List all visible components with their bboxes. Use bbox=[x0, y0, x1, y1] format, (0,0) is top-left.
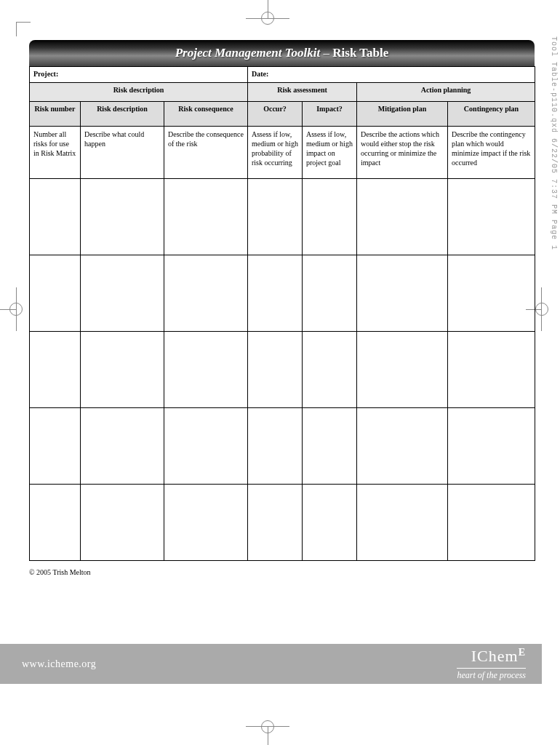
corner-mark bbox=[16, 22, 31, 36]
hint-impact: Assess if low, medium or high impact on … bbox=[303, 127, 357, 179]
group-risk-description: Risk description bbox=[30, 83, 248, 102]
registration-mark bbox=[261, 12, 274, 25]
brand-name: IChemE bbox=[457, 647, 526, 666]
hint-risk-consequence: Describe the consequence of the risk bbox=[164, 127, 248, 179]
title-part1: Project Management Toolkit bbox=[175, 46, 321, 60]
page-content: Project Management Toolkit – Risk Table … bbox=[29, 40, 535, 576]
col-mitigation: Mitigation plan bbox=[357, 102, 448, 127]
date-label: Date: bbox=[248, 67, 535, 83]
col-risk-consequence: Risk consequence bbox=[164, 102, 248, 127]
hint-occur: Assess if low, medium or high probabilit… bbox=[248, 127, 303, 179]
col-risk-number: Risk number bbox=[30, 102, 81, 127]
registration-mark bbox=[535, 303, 548, 316]
title-part2: Risk Table bbox=[332, 46, 388, 60]
hint-risk-number: Number all risks for use in Risk Matrix bbox=[30, 127, 81, 179]
table-row bbox=[30, 255, 535, 332]
footer-url: www.icheme.org bbox=[22, 658, 96, 670]
hint-contingency: Describe the contingency plan which woul… bbox=[448, 127, 535, 179]
col-risk-description: Risk description bbox=[81, 102, 164, 127]
table-row bbox=[30, 179, 535, 255]
copyright: © 2005 Trish Melton bbox=[29, 568, 535, 576]
group-action-planning: Action planning bbox=[357, 83, 535, 102]
group-risk-assessment: Risk assessment bbox=[248, 83, 357, 102]
hint-risk-description: Describe what could happen bbox=[81, 127, 164, 179]
project-label: Project: bbox=[30, 67, 248, 83]
risk-table: Project: Date: Risk description Risk ass… bbox=[29, 66, 535, 561]
footer: www.icheme.org IChemE heart of the proce… bbox=[0, 644, 542, 684]
col-occur: Occur? bbox=[248, 102, 303, 127]
hint-mitigation: Describe the actions which would either … bbox=[357, 127, 448, 179]
table-row bbox=[30, 408, 535, 485]
registration-mark bbox=[261, 720, 274, 733]
table-row bbox=[30, 485, 535, 561]
col-contingency: Contingency plan bbox=[448, 102, 535, 127]
footer-brand: IChemE heart of the process bbox=[457, 647, 526, 680]
print-slug: Tool Table-p110.qxd 6/22/05 7:37 PM Page… bbox=[550, 36, 558, 250]
col-impact: Impact? bbox=[303, 102, 357, 127]
title-bar: Project Management Toolkit – Risk Table bbox=[29, 40, 535, 66]
table-row bbox=[30, 332, 535, 408]
registration-mark bbox=[9, 303, 23, 316]
brand-tagline: heart of the process bbox=[457, 668, 526, 681]
